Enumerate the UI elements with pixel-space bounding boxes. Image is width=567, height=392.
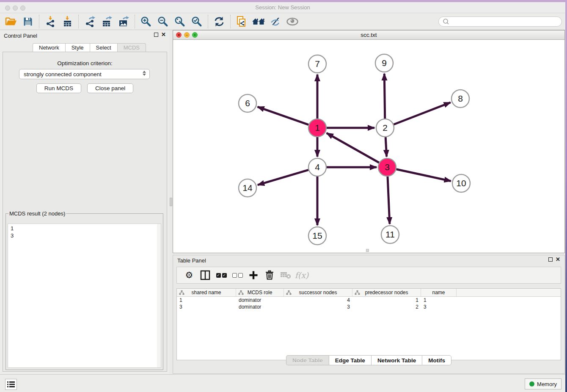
cell-successor-nodes[interactable]: 4 — [284, 297, 352, 304]
graph-edge-3-1[interactable] — [327, 133, 379, 163]
criterion-value: strongly connected component — [24, 71, 102, 77]
graph-node-3[interactable]: 3 — [378, 158, 396, 176]
label-visibility-icon[interactable] — [267, 15, 284, 28]
zoom-selected-icon[interactable] — [188, 15, 205, 28]
graph-node-15[interactable]: 15 — [308, 227, 326, 245]
graph-node-10[interactable]: 10 — [452, 174, 470, 192]
graph-node-2[interactable]: 2 — [376, 119, 394, 137]
graph-edge-2-9[interactable] — [384, 74, 385, 119]
tab-style[interactable]: Style — [65, 43, 90, 52]
svg-text:2: 2 — [383, 123, 388, 133]
run-mcds-button[interactable]: Run MCDS — [36, 83, 81, 93]
graph-edge-2-8[interactable] — [394, 102, 451, 124]
network-resize-handle[interactable] — [366, 249, 369, 252]
close-panel-button[interactable]: Close panel — [87, 83, 133, 93]
splitter-handle[interactable] — [170, 198, 172, 206]
refresh-icon[interactable] — [211, 15, 228, 28]
svg-text:15: 15 — [312, 231, 322, 240]
table-header-row: shared nameMCDS rolesuccessor nodesprede… — [177, 289, 561, 297]
cell-name[interactable]: 1 — [421, 297, 457, 304]
graph-edge-2-3[interactable] — [385, 137, 387, 157]
criterion-select[interactable]: strongly connected component — [19, 69, 150, 79]
cell-predecessor-nodes[interactable]: 1 — [352, 297, 421, 304]
clone-network-icon[interactable] — [233, 15, 250, 28]
cell-mcds-role[interactable]: dominator — [236, 297, 284, 304]
graph-node-7[interactable]: 7 — [308, 55, 326, 73]
cell-name[interactable]: 3 — [421, 304, 457, 310]
control-panel-tabs: NetworkStyleSelectMCDS — [33, 43, 146, 52]
zoom-in-icon[interactable] — [138, 15, 154, 28]
float-panel-icon[interactable] — [154, 33, 158, 37]
svg-text:8: 8 — [458, 94, 463, 103]
cell-shared-name[interactable]: 3 — [177, 304, 236, 310]
graph-edge-1-6[interactable] — [258, 107, 309, 124]
tab-node-table[interactable]: Node Table — [286, 355, 329, 365]
graph-edge-3-10[interactable] — [396, 169, 451, 181]
cell-mcds-role[interactable]: dominator — [236, 304, 284, 310]
column-header-name[interactable]: name — [421, 289, 457, 296]
cell-successor-nodes[interactable]: 3 — [284, 304, 352, 310]
table-row[interactable]: 3dominator323 — [177, 304, 561, 310]
column-panel-icon[interactable] — [197, 268, 213, 282]
table-panel: Table Panel ✕ ⚙ ✓✓ — [173, 255, 565, 374]
search-box[interactable] — [438, 17, 562, 27]
tab-motifs[interactable]: Motifs — [422, 355, 451, 365]
application-window: Session: New Session — [0, 2, 565, 392]
graph-node-6[interactable]: 6 — [239, 94, 256, 112]
table-tabs: Node TableEdge TableNetwork TableMotifs — [173, 355, 564, 365]
task-history-button[interactable] — [5, 379, 17, 390]
home-icon[interactable] — [250, 15, 267, 28]
graph-edge-3-11[interactable] — [388, 177, 390, 224]
zoom-out-icon[interactable] — [154, 15, 171, 28]
close-table-panel-icon[interactable]: ✕ — [556, 257, 560, 262]
table-panel-title: Table Panel — [177, 257, 206, 264]
tab-mcds[interactable]: MCDS — [117, 43, 146, 52]
column-header-successor-nodes[interactable]: successor nodes — [284, 289, 352, 296]
fit-content-icon[interactable] — [171, 15, 188, 28]
memory-status-icon — [529, 381, 534, 386]
svg-text:7: 7 — [315, 59, 320, 69]
column-header-predecessor-nodes[interactable]: predecessor nodes — [352, 289, 421, 296]
mcds-result-group: MCDS result (2 nodes) 13 — [6, 210, 163, 370]
select-all-columns-icon[interactable]: ✓✓ — [213, 268, 229, 282]
result-scrollbar[interactable] — [157, 224, 161, 367]
add-column-icon[interactable] — [245, 268, 261, 282]
tab-network[interactable]: Network — [33, 43, 65, 52]
close-panel-icon[interactable]: ✕ — [161, 33, 166, 37]
mcds-result-textarea[interactable]: 13 — [8, 224, 161, 368]
table-settings-icon[interactable]: ⚙ — [181, 268, 197, 282]
toggle-details-icon[interactable] — [284, 15, 301, 28]
tab-edge-table[interactable]: Edge Table — [329, 355, 371, 365]
cell-predecessor-nodes[interactable]: 2 — [352, 304, 421, 310]
import-table-icon[interactable] — [59, 15, 76, 28]
tab-select[interactable]: Select — [90, 43, 117, 52]
import-network-icon[interactable] — [42, 15, 59, 28]
column-header-mcds-role[interactable]: MCDS role — [236, 289, 284, 296]
node-table[interactable]: shared nameMCDS rolesuccessor nodesprede… — [176, 288, 561, 360]
graph-node-9[interactable]: 9 — [375, 54, 393, 72]
delete-table-icon[interactable] — [278, 268, 294, 282]
graph-node-8[interactable]: 8 — [451, 90, 469, 108]
deselect-all-columns-icon[interactable] — [229, 268, 245, 282]
graph-edge-4-14[interactable] — [258, 170, 308, 185]
memory-button[interactable]: Memory — [525, 378, 561, 389]
graph-node-4[interactable]: 4 — [308, 158, 326, 176]
float-table-panel-icon[interactable] — [548, 257, 553, 262]
delete-column-icon[interactable] — [261, 268, 278, 282]
tab-network-table[interactable]: Network Table — [371, 355, 422, 365]
open-session-icon[interactable] — [3, 15, 19, 28]
table-row[interactable]: 1dominator411 — [177, 297, 561, 304]
export-image-icon[interactable] — [115, 15, 132, 28]
column-header-shared-name[interactable]: shared name — [177, 289, 236, 296]
graph-node-11[interactable]: 11 — [381, 226, 399, 243]
export-network-icon[interactable] — [81, 15, 98, 28]
vertical-splitter[interactable] — [169, 30, 173, 374]
network-canvas[interactable]: 7968124314101511 — [173, 40, 564, 253]
save-session-icon[interactable] — [19, 15, 36, 28]
cell-shared-name[interactable]: 1 — [177, 297, 236, 304]
search-input[interactable] — [451, 17, 561, 26]
export-table-icon[interactable] — [98, 15, 115, 28]
graph-node-14[interactable]: 14 — [239, 179, 256, 197]
main-toolbar — [0, 13, 565, 30]
graph-node-1[interactable]: 1 — [308, 119, 326, 137]
